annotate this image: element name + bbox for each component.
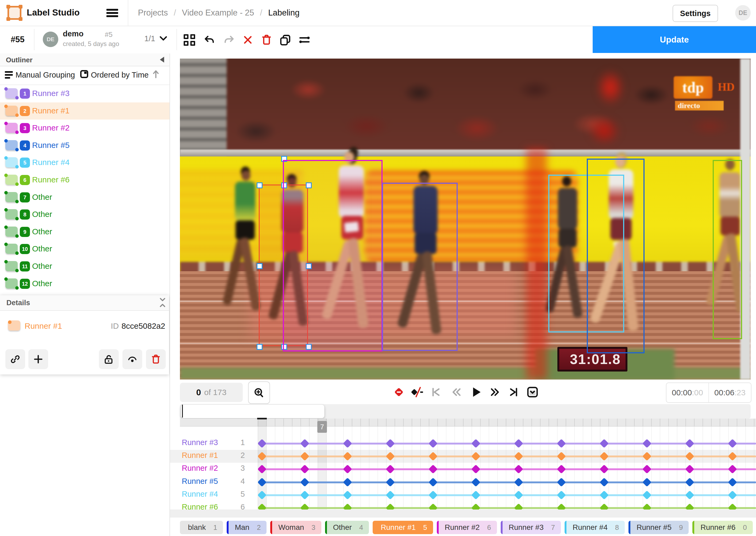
track-label[interactable]: Runner #3 <box>182 438 218 447</box>
next-frame-icon[interactable] <box>488 385 502 399</box>
keyframe-remove-icon[interactable] <box>392 385 406 399</box>
label-text: Woman <box>278 523 304 532</box>
label-button-blank[interactable]: blank1 <box>180 521 223 534</box>
video-region-runner-2[interactable] <box>283 160 383 352</box>
settings-button[interactable]: Settings <box>673 5 718 22</box>
grouping-mode[interactable]: Manual Grouping <box>16 71 75 80</box>
outliner-region-other-12[interactable]: 12Other <box>0 275 170 292</box>
minimap-playhead[interactable] <box>182 405 183 418</box>
annotator-avatar[interactable]: DE <box>43 32 58 47</box>
skip-end-icon[interactable] <box>507 385 521 399</box>
breadcrumb-projects[interactable]: Projects <box>138 8 168 17</box>
region-label: Other <box>32 244 52 253</box>
keyframe-lane <box>262 482 756 483</box>
outliner-region-runner-1-2[interactable]: 2Runner #1 <box>0 102 170 119</box>
undo-icon[interactable] <box>203 33 216 47</box>
ordering-mode[interactable]: Ordered by Time <box>91 71 149 80</box>
outliner-region-runner-6-6[interactable]: 6Runner #6 <box>0 171 170 188</box>
label-button-man[interactable]: Man2 <box>227 521 267 534</box>
label-color-stripe <box>628 521 630 534</box>
region-label: Other <box>32 192 52 202</box>
timeline-minimap[interactable] <box>180 404 751 419</box>
relations-button[interactable] <box>5 349 25 369</box>
outliner-region-runner-5-4[interactable]: 4Runner #5 <box>0 137 170 154</box>
track-label[interactable]: Runner #1 <box>182 451 218 460</box>
track-number: 5 <box>240 490 245 499</box>
track-row-runner-1[interactable]: Runner #12 <box>182 451 245 463</box>
outliner-region-runner-3-1[interactable]: 1Runner #3 <box>0 85 170 102</box>
frame-counter[interactable]: 0of 173 <box>180 383 243 402</box>
track-row-runner-4[interactable]: Runner #45 <box>182 490 245 501</box>
video-region-runner-6[interactable] <box>713 160 742 339</box>
menu-icon[interactable] <box>107 9 118 17</box>
label-button-runner-3[interactable]: Runner #37 <box>501 521 561 534</box>
region-label: Runner #4 <box>32 158 70 167</box>
label-button-runner-5[interactable]: Runner #59 <box>628 521 689 534</box>
resize-handle[interactable] <box>257 344 263 350</box>
collapse-details-icon[interactable] <box>159 297 166 309</box>
label-text: Runner #4 <box>573 523 608 532</box>
track-row-runner-2[interactable]: Runner #23 <box>182 464 245 476</box>
delete-region-button[interactable] <box>146 349 166 369</box>
chevron-down-icon[interactable] <box>159 36 167 41</box>
region-order-badge: 2 <box>20 106 30 116</box>
reset-icon[interactable] <box>241 33 255 47</box>
label-button-runner-6[interactable]: Runner #60 <box>692 521 752 534</box>
label-button-runner-4[interactable]: Runner #48 <box>565 521 625 534</box>
duplicate-icon[interactable] <box>279 33 292 47</box>
track-row-runner-3[interactable]: Runner #31 <box>182 438 245 450</box>
total-time: 00:06:23 <box>709 383 751 402</box>
delete-annotation-icon[interactable] <box>260 33 273 47</box>
outliner-region-runner-2-3[interactable]: 3Runner #2 <box>0 119 170 137</box>
outliner-region-other-11[interactable]: 11Other <box>0 258 170 275</box>
tdp-logo: tdp <box>674 76 712 99</box>
resize-handle[interactable] <box>257 263 263 269</box>
label-text: Runner #5 <box>637 523 672 532</box>
update-button[interactable]: Update <box>593 26 756 53</box>
keyframe-lane <box>262 468 756 470</box>
video-region-runner-5[interactable] <box>587 159 645 353</box>
track-label[interactable]: Runner #5 <box>182 477 218 486</box>
timeline-footer <box>170 510 756 518</box>
label-button-runner-1[interactable]: Runner #15 <box>373 521 433 534</box>
track-label[interactable]: Runner #4 <box>182 490 218 499</box>
region-label: Runner #5 <box>32 141 70 150</box>
add-meta-button[interactable] <box>28 349 48 369</box>
user-avatar[interactable]: DE <box>735 5 751 20</box>
skip-start-icon[interactable] <box>429 385 443 399</box>
track-row-runner-5[interactable]: Runner #54 <box>182 477 245 489</box>
video-region-runner-3[interactable] <box>382 183 458 351</box>
zoom-button[interactable] <box>248 382 270 404</box>
play-icon[interactable] <box>469 385 483 399</box>
label-button-woman[interactable]: Woman3 <box>270 521 321 534</box>
label-color-stripe <box>227 521 229 534</box>
app-title: Label Studio <box>27 8 80 17</box>
label-color-stripe <box>270 521 272 534</box>
divider <box>176 29 177 50</box>
label-button-other[interactable]: Other4 <box>325 521 369 534</box>
outliner-region-other-8[interactable]: 8Other <box>0 206 170 223</box>
hide-region-button[interactable] <box>122 349 142 369</box>
keyframe-toggle-icon[interactable] <box>410 385 424 399</box>
outliner-region-other-10[interactable]: 10Other <box>0 241 170 257</box>
resize-handle[interactable] <box>257 183 263 188</box>
collapse-panel-icon[interactable] <box>160 57 164 63</box>
lock-region-button[interactable] <box>99 349 119 369</box>
outliner-region-other-9[interactable]: 9Other <box>0 223 170 241</box>
breadcrumb-project-name[interactable]: Video Example - 25 <box>182 8 254 17</box>
selected-region-label: Runner #1 <box>25 321 62 331</box>
redo-icon[interactable] <box>222 33 236 47</box>
track-label[interactable]: Runner #2 <box>182 464 218 473</box>
prev-frame-icon[interactable] <box>449 385 463 399</box>
breadcrumb-labeling: Labeling <box>268 8 299 17</box>
region-bbox-icon <box>5 226 17 237</box>
label-text: Man <box>235 523 249 532</box>
views-grid-icon[interactable] <box>183 33 196 47</box>
outliner-region-runner-4-5[interactable]: 5Runner #4 <box>0 154 170 171</box>
label-button-runner-2[interactable]: Runner #26 <box>437 521 497 534</box>
settings-sliders-icon[interactable] <box>298 33 311 47</box>
region-label: Runner #2 <box>32 123 70 132</box>
outliner-region-other-7[interactable]: 7Other <box>0 189 170 206</box>
interpolation-toggle-icon[interactable] <box>525 385 540 399</box>
order-direction-icon[interactable] <box>152 70 160 79</box>
